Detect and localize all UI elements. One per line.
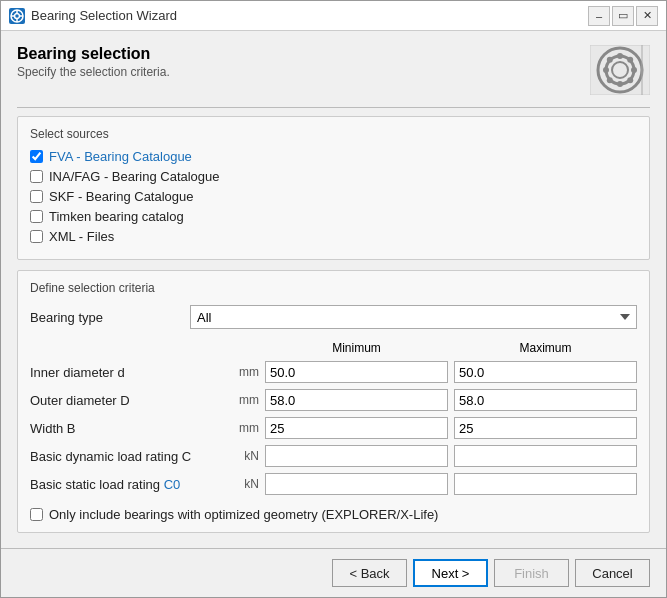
dynamic-load-max[interactable]: [454, 445, 637, 467]
source-ina-checkbox[interactable]: [30, 170, 43, 183]
width-label: Width B: [30, 421, 230, 436]
maximize-button[interactable]: ▭: [612, 6, 634, 26]
width-unit: mm: [230, 421, 265, 435]
bearing-type-row: Bearing type All Deep groove ball bearin…: [30, 305, 637, 329]
cancel-button[interactable]: Cancel: [575, 559, 650, 587]
inner-diameter-unit: mm: [230, 365, 265, 379]
svg-point-1: [15, 13, 20, 18]
source-ina-row: INA/FAG - Bearing Catalogue: [30, 169, 637, 184]
main-window: Bearing Selection Wizard – ▭ ✕ Bearing s…: [0, 0, 667, 598]
inner-diameter-min[interactable]: [265, 361, 448, 383]
inner-diameter-max[interactable]: [454, 361, 637, 383]
dynamic-load-unit: kN: [230, 449, 265, 463]
app-icon: [9, 8, 25, 24]
svg-point-11: [617, 81, 623, 87]
page-title: Bearing selection: [17, 45, 170, 63]
col-minimum-header: Minimum: [265, 341, 448, 355]
svg-point-15: [627, 57, 633, 63]
geometry-checkbox[interactable]: [30, 508, 43, 521]
source-timken-checkbox[interactable]: [30, 210, 43, 223]
header-divider: [17, 107, 650, 108]
source-xml-label[interactable]: XML - Files: [49, 229, 114, 244]
static-load-max[interactable]: [454, 473, 637, 495]
static-load-unit: kN: [230, 477, 265, 491]
finish-button[interactable]: Finish: [494, 559, 569, 587]
static-load-label: Basic static load rating C0: [30, 477, 230, 492]
bearing-image: [590, 45, 650, 95]
source-timken-label[interactable]: Timken bearing catalog: [49, 209, 184, 224]
outer-diameter-unit: mm: [230, 393, 265, 407]
sources-panel: Select sources FVA - Bearing Catalogue I…: [17, 116, 650, 260]
page-header: Bearing selection Specify the selection …: [17, 45, 650, 95]
outer-diameter-max[interactable]: [454, 389, 637, 411]
sources-title: Select sources: [30, 127, 637, 141]
title-bar: Bearing Selection Wizard – ▭ ✕: [1, 1, 666, 31]
source-fva-label[interactable]: FVA - Bearing Catalogue: [49, 149, 192, 164]
window-controls: – ▭ ✕: [588, 6, 658, 26]
static-load-min[interactable]: [265, 473, 448, 495]
bearing-type-select-wrapper: All Deep groove ball bearing Angular con…: [190, 305, 637, 329]
back-button[interactable]: < Back: [332, 559, 407, 587]
minimize-button[interactable]: –: [588, 6, 610, 26]
criteria-title: Define selection criteria: [30, 281, 637, 295]
col-maximum-header: Maximum: [454, 341, 637, 355]
dynamic-load-label: Basic dynamic load rating C: [30, 449, 230, 464]
criteria-panel: Define selection criteria Bearing type A…: [17, 270, 650, 533]
source-skf-row: SKF - Bearing Catalogue: [30, 189, 637, 204]
svg-point-17: [627, 77, 633, 83]
header-text: Bearing selection Specify the selection …: [17, 45, 170, 79]
geometry-label[interactable]: Only include bearings with optimized geo…: [49, 507, 438, 522]
inner-diameter-label: Inner diameter d: [30, 365, 230, 380]
width-min[interactable]: [265, 417, 448, 439]
table-header: Minimum Maximum: [30, 341, 637, 355]
source-fva-row: FVA - Bearing Catalogue: [30, 149, 637, 164]
window-title: Bearing Selection Wizard: [31, 8, 588, 23]
source-ina-label[interactable]: INA/FAG - Bearing Catalogue: [49, 169, 220, 184]
svg-point-13: [631, 67, 637, 73]
page-subtitle: Specify the selection criteria.: [17, 65, 170, 79]
source-skf-label[interactable]: SKF - Bearing Catalogue: [49, 189, 194, 204]
source-xml-row: XML - Files: [30, 229, 637, 244]
svg-point-14: [607, 57, 613, 63]
source-fva-checkbox[interactable]: [30, 150, 43, 163]
svg-point-12: [603, 67, 609, 73]
next-button[interactable]: Next >: [413, 559, 488, 587]
source-timken-row: Timken bearing catalog: [30, 209, 637, 224]
footer: < Back Next > Finish Cancel: [1, 548, 666, 597]
source-skf-checkbox[interactable]: [30, 190, 43, 203]
content-area: Bearing selection Specify the selection …: [1, 31, 666, 548]
static-load-label-blue: C0: [164, 477, 181, 492]
source-xml-checkbox[interactable]: [30, 230, 43, 243]
close-button[interactable]: ✕: [636, 6, 658, 26]
width-row: Width B mm: [30, 417, 637, 439]
dynamic-load-row: Basic dynamic load rating C kN: [30, 445, 637, 467]
outer-diameter-row: Outer diameter D mm: [30, 389, 637, 411]
bearing-type-select[interactable]: All Deep groove ball bearing Angular con…: [190, 305, 637, 329]
outer-diameter-label: Outer diameter D: [30, 393, 230, 408]
width-max[interactable]: [454, 417, 637, 439]
inner-diameter-row: Inner diameter d mm: [30, 361, 637, 383]
svg-point-10: [617, 53, 623, 59]
svg-point-16: [607, 77, 613, 83]
bearing-type-label: Bearing type: [30, 310, 190, 325]
outer-diameter-min[interactable]: [265, 389, 448, 411]
geometry-row: Only include bearings with optimized geo…: [30, 507, 637, 522]
static-load-row: Basic static load rating C0 kN: [30, 473, 637, 495]
dynamic-load-min[interactable]: [265, 445, 448, 467]
